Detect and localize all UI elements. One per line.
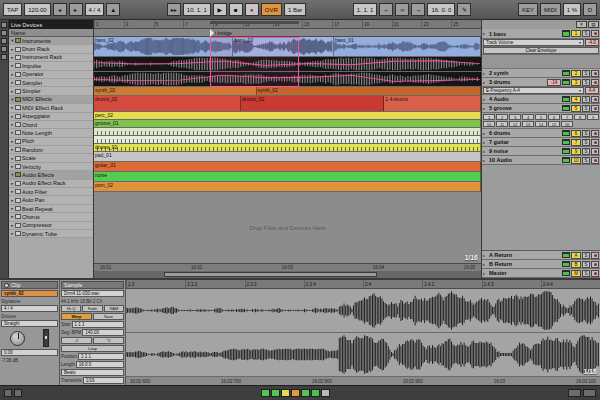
- browser-folder-row[interactable]: ▾Audio Effects: [9, 171, 93, 179]
- pad-cell[interactable]: 5: [535, 114, 547, 120]
- pad-cell[interactable]: 16: [561, 121, 573, 127]
- arm-button[interactable]: [591, 96, 599, 103]
- key-map-button[interactable]: KEY: [518, 3, 538, 16]
- waveform-left-channel[interactable]: [126, 289, 600, 333]
- arm-button[interactable]: [591, 30, 599, 37]
- arm-button[interactable]: [591, 130, 599, 137]
- nudge-up-button[interactable]: ▸: [69, 3, 83, 16]
- track-header[interactable]: ▸4 Audio4S: [482, 95, 600, 104]
- solo-button[interactable]: S: [582, 270, 590, 277]
- signature-field[interactable]: 4 / 4: [1, 305, 58, 312]
- browser-device-row[interactable]: ▸Beat Repeat: [9, 205, 93, 213]
- clip[interactable]: synth_02: [257, 87, 481, 95]
- solo-button[interactable]: S: [582, 70, 590, 77]
- half-tempo-button[interactable]: :2: [61, 337, 92, 344]
- arm-button[interactable]: [591, 157, 599, 164]
- nudge-down-button[interactable]: ◂: [53, 3, 67, 16]
- browser-device-row[interactable]: ▸Chord: [9, 121, 93, 129]
- browser-folder-row[interactable]: ▾MIDI Effects: [9, 96, 93, 104]
- automation-chooser[interactable]: E-Frequency A-4▾: [483, 87, 584, 94]
- start-field[interactable]: 1 1 1: [72, 321, 124, 328]
- overview-toggle-button[interactable]: ≡: [576, 21, 587, 28]
- loop-position-field[interactable]: 1 1 1: [78, 353, 124, 360]
- browser-device-row[interactable]: ▸Dynamic Tube: [9, 230, 93, 238]
- scrollbar-thumb[interactable]: [164, 272, 377, 277]
- loop-button[interactable]: ∞: [395, 3, 409, 16]
- track-header[interactable]: ▸6 drums6S: [482, 129, 600, 138]
- browser-device-row[interactable]: ▸Simpler: [9, 87, 93, 95]
- clip[interactable]: guitar_01: [94, 162, 481, 171]
- punch-in-button[interactable]: ⌐: [379, 3, 393, 16]
- browser-title[interactable]: Live Devices: [9, 20, 93, 29]
- browser-folder-row[interactable]: ▾Instruments: [9, 37, 93, 45]
- solo-button[interactable]: S: [582, 252, 590, 259]
- ram-button[interactable]: RAM: [104, 305, 124, 312]
- computer-midi-keyboard-icon[interactable]: [14, 389, 22, 397]
- quantization-menu[interactable]: 1 Bar: [284, 3, 306, 16]
- track-activator[interactable]: 1: [571, 30, 581, 37]
- track-header[interactable]: ▸9 noise9S: [482, 147, 600, 156]
- unfold-track-icon[interactable]: ▸: [483, 149, 488, 154]
- browser-device-row[interactable]: ▸Note Length: [9, 129, 93, 137]
- pad-cell[interactable]: 13: [522, 121, 534, 127]
- track-value-field[interactable]: -14: [547, 79, 561, 86]
- clip[interactable]: bass_01: [334, 37, 481, 56]
- pad-cell[interactable]: 7: [561, 114, 573, 120]
- browser-device-row[interactable]: ▸Chorus: [9, 213, 93, 221]
- bar-ruler[interactable]: 135791113151719212325: [94, 20, 481, 29]
- clip[interactable]: drums_02: [94, 144, 481, 151]
- drop-zone[interactable]: Drop Files and Devices Here: [94, 192, 481, 263]
- arm-button[interactable]: [591, 252, 599, 259]
- arm-button[interactable]: [591, 105, 599, 112]
- arm-button[interactable]: [591, 148, 599, 155]
- browser-device-row[interactable]: ▸Velocity: [9, 163, 93, 171]
- track-header[interactable]: ▸B ReturnBS: [482, 260, 600, 269]
- solo-button[interactable]: S: [582, 96, 590, 103]
- clip-activator-icon[interactable]: [4, 283, 9, 288]
- loop-brace[interactable]: [210, 21, 299, 24]
- track-activator[interactable]: 7: [571, 139, 581, 146]
- unfold-track-icon[interactable]: ▸: [483, 158, 488, 163]
- clear-envelope-button[interactable]: Clear Envelope: [483, 47, 599, 54]
- unfold-track-icon[interactable]: ▸: [483, 140, 488, 145]
- save-button[interactable]: Save: [93, 313, 124, 320]
- time-signature-field[interactable]: 4 / 4: [85, 3, 105, 16]
- midi-map-button[interactable]: MIDI: [540, 3, 561, 16]
- track-activator[interactable]: A: [571, 252, 581, 259]
- tap-button[interactable]: TAP: [3, 3, 22, 16]
- follow-button[interactable]: ▸▸: [167, 3, 181, 16]
- transpose-knob[interactable]: [10, 331, 25, 346]
- solo-button[interactable]: S: [582, 30, 590, 37]
- clip[interactable]: 1 4-drums: [384, 96, 481, 111]
- metronome-button[interactable]: ▲: [106, 3, 120, 16]
- hiq-button[interactable]: Hi-Q: [61, 305, 81, 312]
- unfold-track-icon[interactable]: ▸: [483, 80, 488, 85]
- clip[interactable]: [94, 57, 481, 71]
- arm-button[interactable]: [591, 139, 599, 146]
- browser-device-row[interactable]: ▸Scale: [9, 154, 93, 162]
- track-header[interactable]: ▸A ReturnAS: [482, 251, 600, 260]
- play-button[interactable]: ▶: [213, 3, 227, 16]
- track-activator[interactable]: B: [571, 261, 581, 268]
- record-button[interactable]: ●: [245, 3, 259, 16]
- browser-device-row[interactable]: ▸Auto Pan: [9, 196, 93, 204]
- arm-button[interactable]: [591, 270, 599, 277]
- unfold-track-icon[interactable]: ▸: [483, 262, 488, 267]
- browser-tab-files2[interactable]: [1, 46, 7, 52]
- solo-button[interactable]: S: [582, 139, 590, 146]
- unfold-track-icon[interactable]: ▸: [483, 106, 488, 111]
- loop-length-field[interactable]: 16 0 0: [76, 361, 124, 368]
- browser-device-row[interactable]: ▸Auto Filter: [9, 188, 93, 196]
- pad-cell[interactable]: 14: [535, 121, 547, 127]
- double-tempo-button[interactable]: *2: [93, 337, 124, 344]
- draw-mode-button[interactable]: ✎: [457, 3, 471, 16]
- solo-button[interactable]: S: [582, 148, 590, 155]
- unfold-track-icon[interactable]: ▸: [483, 31, 488, 36]
- locator-row[interactable]: i-bridge: [94, 29, 481, 37]
- clip[interactable]: bass_02: [94, 37, 233, 56]
- browser-device-row[interactable]: ▸Random: [9, 146, 93, 154]
- track-activator[interactable]: 10: [571, 157, 581, 164]
- groove-chooser[interactable]: Straight: [1, 320, 58, 327]
- arm-button[interactable]: [591, 79, 599, 86]
- overdub-button[interactable]: OVR: [261, 3, 282, 16]
